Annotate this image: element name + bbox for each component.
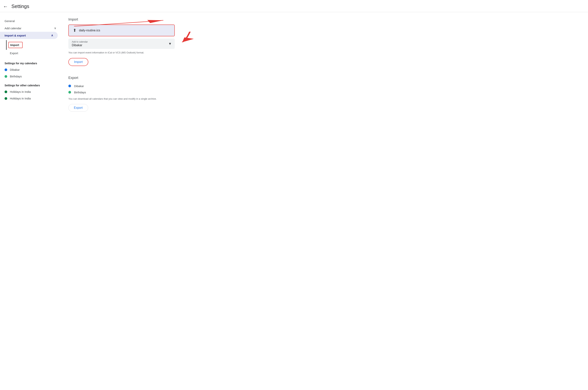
export-calendar-birthdays: Birthdays (68, 89, 204, 96)
sidebar-calendar-holidays-india-1[interactable]: Holidays in India (0, 88, 61, 95)
export-section: Export Dibakar Birthdays You can downloa… (68, 76, 204, 112)
active-bar (6, 40, 7, 50)
holidays-india-dot-1 (4, 91, 7, 93)
import-section-title: Import (68, 17, 204, 21)
sidebar-calendar-dibakar[interactable]: Dibakar (0, 66, 61, 73)
file-upload-area[interactable]: ⬆ daily-routine.ics (68, 25, 175, 36)
export-dibakar-dot (68, 85, 71, 87)
export-calendar-dibakar: Dibakar (68, 83, 204, 89)
sidebar-item-general[interactable]: General (0, 17, 61, 25)
sidebar-item-import[interactable]: Import (0, 40, 61, 50)
dropdown-label: Add to calendar (72, 41, 171, 43)
other-calendars-title: Settings for other calendars (0, 80, 61, 88)
export-birthdays-dot (68, 91, 71, 94)
dropdown-arrow-icon: ▼ (168, 42, 172, 46)
import-help-text: You can import event information in iCal… (68, 51, 204, 54)
import-active-box: Import (8, 42, 23, 48)
file-name: daily-routine.ics (79, 29, 100, 32)
export-button[interactable]: Export (68, 104, 88, 112)
back-button[interactable]: ← (3, 4, 8, 9)
sidebar-item-import-export[interactable]: Import & export ∧ (0, 32, 58, 39)
sidebar-calendar-holidays-india-2[interactable]: Holidays in India (0, 95, 61, 102)
sidebar-item-add-calendar[interactable]: Add calendar ∨ (0, 25, 61, 32)
export-section-title: Export (68, 76, 204, 80)
upload-icon: ⬆ (73, 28, 76, 33)
sidebar: General Add calendar ∨ Import & export ∧… (0, 12, 61, 117)
import-button[interactable]: Import (68, 58, 88, 66)
header: ← Settings (0, 0, 588, 12)
sidebar-item-export[interactable]: Export (0, 50, 61, 56)
import-section: Import ⬆ daily-routine.ics Add to calend… (68, 17, 204, 66)
chevron-up-icon: ∧ (51, 34, 53, 37)
sidebar-calendar-birthdays[interactable]: Birthdays (0, 73, 61, 80)
dibakar-dot (4, 68, 7, 71)
my-calendars-title: Settings for my calendars (0, 58, 61, 66)
page-title: Settings (11, 3, 29, 9)
import-export-submenu: Import Export (0, 39, 61, 58)
dropdown-value: Dibakar (72, 44, 171, 47)
birthdays-dot (4, 75, 7, 78)
main-content: Import ⬆ daily-routine.ics Add to calend… (61, 12, 213, 117)
export-help-text: You can download all calendars that you … (68, 97, 204, 101)
chevron-down-icon: ∨ (54, 26, 56, 30)
holidays-india-dot-2 (4, 97, 7, 100)
add-to-calendar-dropdown[interactable]: Add to calendar Dibakar ▼ (68, 39, 175, 49)
